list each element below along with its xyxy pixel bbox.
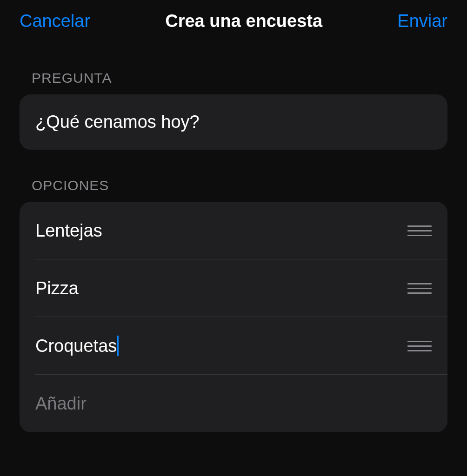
modal-title: Crea una encuesta (165, 11, 322, 31)
content-area: PREGUNTA OPCIONES Lentejas Pizza (0, 70, 467, 432)
text-cursor (117, 336, 119, 356)
option-input[interactable]: Croquetas (35, 336, 407, 356)
option-input[interactable]: Lentejas (35, 221, 407, 241)
add-option-row[interactable] (20, 375, 447, 432)
modal-header: Cancelar Crea una encuesta Enviar (0, 0, 467, 42)
option-value: Croquetas (35, 336, 117, 356)
option-value: Lentejas (35, 221, 102, 241)
add-option-input[interactable] (35, 394, 432, 414)
options-card: Lentejas Pizza Croquetas (20, 202, 447, 432)
question-input[interactable] (20, 94, 447, 150)
drag-handle-icon[interactable] (407, 337, 432, 355)
drag-handle-icon[interactable] (407, 222, 432, 240)
option-value: Pizza (35, 278, 79, 298)
cancel-button[interactable]: Cancelar (20, 11, 90, 31)
question-card (20, 94, 447, 150)
option-row: Pizza (20, 259, 447, 317)
option-row: Croquetas (20, 317, 447, 375)
question-section-label: PREGUNTA (32, 70, 447, 86)
option-input[interactable]: Pizza (35, 278, 407, 298)
option-row: Lentejas (20, 202, 447, 259)
send-button[interactable]: Enviar (397, 11, 447, 31)
drag-handle-icon[interactable] (407, 279, 432, 298)
options-section-label: OPCIONES (32, 178, 447, 193)
